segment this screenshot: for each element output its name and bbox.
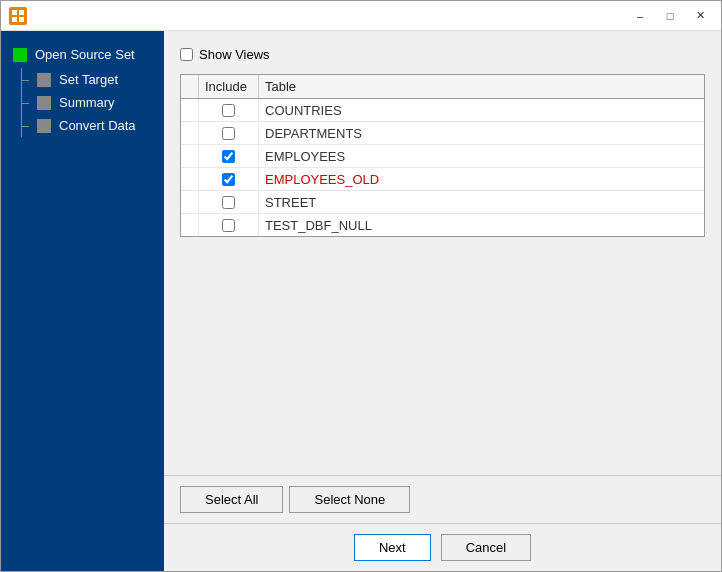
select-all-button[interactable]: Select All [180,486,283,513]
show-views-checkbox[interactable] [180,48,193,61]
main-panel: Show Views Include Table [164,31,721,571]
checkbox-countries[interactable] [222,104,235,117]
svg-rect-1 [12,10,17,15]
sidebar-item-set-target[interactable]: Set Target [29,68,164,91]
table-row: STREET [181,191,704,214]
title-bar-left [9,7,27,25]
table-header: Include Table [181,75,704,99]
cancel-button[interactable]: Cancel [441,534,531,561]
step-indicator-convert-data [37,119,51,133]
sidebar-label-set-target: Set Target [59,72,118,87]
row-spacer [181,145,199,167]
checkbox-employees[interactable] [222,150,235,163]
selection-buttons-area: Select All Select None [164,475,721,523]
sidebar-label-convert-data: Convert Data [59,118,136,133]
header-table: Table [259,75,704,98]
checkbox-employees-old[interactable] [222,173,235,186]
row-include-countries [199,99,259,121]
show-views-row: Show Views [180,47,705,62]
next-button[interactable]: Next [354,534,431,561]
table-row: EMPLOYEES [181,145,704,168]
row-table-street: STREET [259,193,704,212]
row-include-employees-old [199,168,259,190]
table-row: COUNTRIES [181,99,704,122]
header-spacer [181,75,199,98]
close-button[interactable]: ✕ [687,6,713,26]
sidebar-label-open-source-set: Open Source Set [35,47,135,62]
show-views-label[interactable]: Show Views [199,47,270,62]
main-content: Show Views Include Table [164,31,721,475]
minimize-button[interactable]: – [627,6,653,26]
sidebar-label-summary: Summary [59,95,115,110]
svg-rect-2 [19,10,24,15]
row-table-countries: COUNTRIES [259,101,704,120]
content-area: Open Source Set Set Target Summary [1,31,721,571]
sidebar-item-open-source-set[interactable]: Open Source Set [1,41,164,68]
checkbox-street[interactable] [222,196,235,209]
checkbox-test-dbf-null[interactable] [222,219,235,232]
sidebar-item-summary[interactable]: Summary [29,91,164,114]
table-row: DEPARTMENTS [181,122,704,145]
row-include-street [199,191,259,213]
row-spacer [181,214,199,236]
row-table-departments: DEPARTMENTS [259,124,704,143]
select-none-button[interactable]: Select None [289,486,410,513]
svg-rect-4 [19,17,24,22]
checkbox-departments[interactable] [222,127,235,140]
sidebar-item-convert-data[interactable]: Convert Data [29,114,164,137]
header-include: Include [199,75,259,98]
row-include-departments [199,122,259,144]
row-table-employees: EMPLOYEES [259,147,704,166]
step-indicator-active [13,48,27,62]
row-spacer [181,122,199,144]
svg-rect-0 [9,7,27,25]
row-include-employees [199,145,259,167]
title-bar-controls: – □ ✕ [627,6,713,26]
row-include-test-dbf-null [199,214,259,236]
app-icon [9,7,27,25]
footer-buttons: Next Cancel [164,523,721,571]
table-row: EMPLOYEES_OLD [181,168,704,191]
step-indicator-set-target [37,73,51,87]
row-spacer [181,191,199,213]
maximize-button[interactable]: □ [657,6,683,26]
title-bar: – □ ✕ [1,1,721,31]
row-spacer [181,99,199,121]
svg-rect-3 [12,17,17,22]
table-row: TEST_DBF_NULL [181,214,704,236]
main-window: – □ ✕ Open Source Set Set Target [0,0,722,572]
row-table-test-dbf-null: TEST_DBF_NULL [259,216,704,235]
step-indicator-summary [37,96,51,110]
tables-container: Include Table COUNTRIES [180,74,705,237]
sidebar: Open Source Set Set Target Summary [1,31,164,571]
row-spacer [181,168,199,190]
row-table-employees-old: EMPLOYEES_OLD [259,170,704,189]
